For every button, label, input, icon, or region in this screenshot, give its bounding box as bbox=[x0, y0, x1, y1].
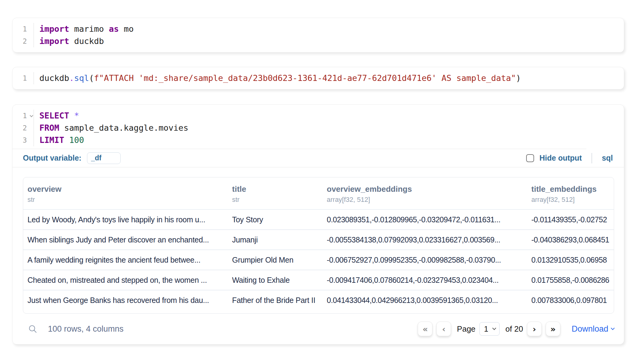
table-cell: Toy Story bbox=[228, 209, 322, 230]
table-header: overviewstrtitlestroverview_embeddingsar… bbox=[23, 177, 614, 209]
code-text: import marimo as mo bbox=[34, 23, 134, 35]
code-editor-sql[interactable]: 1SELECT *2FROM sample_data.kaggle.movies… bbox=[13, 105, 624, 149]
code-editor-attach[interactable]: 1duckdb.sql(f"ATTACH 'md:_share/sample_d… bbox=[13, 67, 624, 89]
page-number-value: 1 bbox=[484, 325, 488, 333]
line-number: 2 bbox=[13, 35, 34, 47]
table-cell: Cheated on, mistreated and stepped on, t… bbox=[23, 270, 228, 290]
column-header[interactable]: overviewstr bbox=[23, 177, 228, 209]
code-line: 2FROM sample_data.kaggle.movies bbox=[13, 122, 624, 134]
output-variable-input[interactable] bbox=[87, 152, 121, 164]
table-cell: 0.023089351,-0.012809965,-0.03209472,-0.… bbox=[322, 209, 527, 230]
column-header[interactable]: title_embeddingsarray[f32, 512] bbox=[527, 177, 614, 209]
table-cell: Grumpier Old Men bbox=[228, 250, 322, 270]
output-variable-group: Output variable: bbox=[23, 152, 121, 164]
table-cell: When siblings Judy and Peter discover an… bbox=[23, 230, 228, 250]
code-line: 1duckdb.sql(f"ATTACH 'md:_share/sample_d… bbox=[13, 72, 624, 84]
language-badge[interactable]: sql bbox=[602, 154, 613, 162]
table-row[interactable]: Led by Woody, Andy's toys live happily i… bbox=[23, 209, 614, 230]
table-cell: A family wedding reignites the ancient f… bbox=[23, 250, 228, 270]
table-row[interactable]: Cheated on, mistreated and stepped on, t… bbox=[23, 270, 614, 290]
footer-left: 100 rows, 4 columns bbox=[28, 324, 124, 334]
cell-imports: 1import marimo as mo2import duckdb bbox=[12, 18, 624, 53]
table-cell: -0.006752927,0.099952355,-0.009982588,-0… bbox=[322, 250, 527, 270]
page-number-select[interactable]: 1 bbox=[479, 322, 500, 336]
code-text: FROM sample_data.kaggle.movies bbox=[34, 122, 188, 134]
column-dtype: str bbox=[27, 195, 225, 204]
chevron-down-icon bbox=[611, 326, 615, 330]
column-label: title_embeddings bbox=[531, 184, 614, 194]
dataframe-table: overviewstrtitlestroverview_embeddingsar… bbox=[23, 177, 614, 310]
table-footer: 100 rows, 4 columns « ‹ Page 1 of 20 › »… bbox=[23, 314, 614, 344]
code-text: LIMIT 100 bbox=[34, 134, 84, 146]
code-text: import duckdb bbox=[34, 35, 104, 47]
column-label: overview bbox=[27, 184, 225, 194]
table-row[interactable]: A family wedding reignites the ancient f… bbox=[23, 250, 614, 270]
line-number: 1 bbox=[13, 23, 34, 35]
table-cell: Led by Woody, Andy's toys live happily i… bbox=[23, 209, 228, 230]
column-header[interactable]: overview_embeddingsarray[f32, 512] bbox=[322, 177, 527, 209]
line-number: 1 bbox=[13, 110, 34, 122]
pagination: « ‹ Page 1 of 20 › » Download bbox=[418, 322, 614, 336]
table-cell: 0.007833006,0.097801 bbox=[527, 290, 614, 310]
code-text: SELECT * bbox=[34, 110, 79, 122]
table-cell: -0.011439355,-0.02752 bbox=[527, 209, 614, 230]
code-line: 1SELECT * bbox=[13, 110, 624, 122]
table-cell: Jumanji bbox=[228, 230, 322, 250]
table-row[interactable]: Just when George Banks has recovered fro… bbox=[23, 290, 614, 310]
output-variable-label: Output variable: bbox=[23, 154, 82, 162]
code-line: 3LIMIT 100 bbox=[13, 134, 624, 146]
hide-output-label: Hide output bbox=[540, 154, 582, 162]
search-icon[interactable] bbox=[28, 324, 38, 334]
cell-attach-db: 1duckdb.sql(f"ATTACH 'md:_share/sample_d… bbox=[12, 67, 624, 89]
column-header[interactable]: titlestr bbox=[228, 177, 322, 209]
fold-arrow-icon[interactable] bbox=[30, 114, 33, 117]
table-cell: -0.040386293,0.068451 bbox=[527, 230, 614, 250]
code-line: 2import duckdb bbox=[13, 35, 624, 47]
column-label: overview_embeddings bbox=[327, 184, 524, 194]
download-menu[interactable]: Download bbox=[572, 324, 614, 334]
code-line: 1import marimo as mo bbox=[13, 23, 624, 35]
table-cell: 0.041433044,0.042966213,0.0039591365,0.0… bbox=[322, 290, 527, 310]
table-cell: Just when George Banks has recovered fro… bbox=[23, 290, 228, 310]
table-cell: 0.0132910535,0.06958 bbox=[527, 250, 614, 270]
line-number: 1 bbox=[13, 72, 34, 84]
code-text: duckdb.sql(f"ATTACH 'md:_share/sample_da… bbox=[34, 72, 521, 84]
column-dtype: array[f32, 512] bbox=[327, 195, 524, 204]
hide-output-checkbox[interactable] bbox=[526, 154, 534, 162]
line-number: 2 bbox=[13, 122, 34, 134]
row-count-summary: 100 rows, 4 columns bbox=[48, 324, 124, 334]
table-cell: -0.009417406,0.07860214,-0.023279453,0.0… bbox=[322, 270, 527, 290]
output-options-group: Hide output sql bbox=[526, 153, 613, 163]
table-body: Led by Woody, Andy's toys live happily i… bbox=[23, 209, 614, 310]
dataframe-table-card: overviewstrtitlestroverview_embeddingsar… bbox=[23, 177, 614, 314]
total-pages-label: of 20 bbox=[505, 324, 523, 334]
table-cell: 0.01755858,-0.0086286 bbox=[527, 270, 614, 290]
column-label: title bbox=[232, 184, 319, 194]
code-editor-imports[interactable]: 1import marimo as mo2import duckdb bbox=[13, 18, 624, 52]
table-cell: Waiting to Exhale bbox=[228, 270, 322, 290]
previous-page-button[interactable]: ‹ bbox=[436, 322, 451, 336]
line-number: 3 bbox=[13, 134, 34, 146]
table-cell: -0.0055384138,0.07992093,0.023316627,0.0… bbox=[322, 230, 527, 250]
table-row[interactable]: When siblings Judy and Peter discover an… bbox=[23, 230, 614, 250]
last-page-button[interactable]: » bbox=[546, 322, 560, 336]
chevron-down-icon bbox=[492, 326, 496, 330]
page-label: Page bbox=[457, 324, 475, 334]
next-page-button[interactable]: › bbox=[527, 322, 542, 336]
vertical-divider bbox=[592, 153, 592, 163]
cell-sql-query: 1SELECT *2FROM sample_data.kaggle.movies… bbox=[12, 104, 624, 344]
download-label: Download bbox=[572, 324, 608, 334]
first-page-button[interactable]: « bbox=[418, 322, 432, 336]
output-variable-bar: Output variable: Hide output sql bbox=[13, 149, 624, 167]
table-cell: Father of the Bride Part II bbox=[228, 290, 322, 310]
marimo-notebook: 1import marimo as mo2import duckdb 1duck… bbox=[0, 0, 637, 364]
column-dtype: array[f32, 512] bbox=[531, 195, 614, 204]
column-dtype: str bbox=[232, 195, 319, 204]
cell-output-area: overviewstrtitlestroverview_embeddingsar… bbox=[13, 167, 624, 344]
